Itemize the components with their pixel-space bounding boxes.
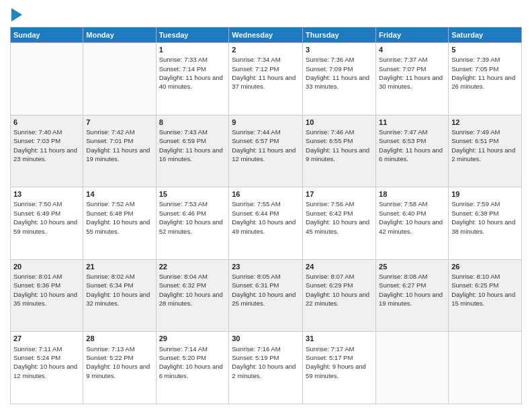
day-number: 9	[232, 118, 300, 127]
calendar-cell: 30Sunrise: 7:16 AM Sunset: 5:19 PM Dayli…	[229, 332, 303, 404]
day-info: Sunrise: 8:10 AM Sunset: 6:25 PM Dayligh…	[451, 273, 515, 307]
page: SundayMondayTuesdayWednesdayThursdayFrid…	[0, 0, 532, 411]
day-info: Sunrise: 7:49 AM Sunset: 6:51 PM Dayligh…	[451, 128, 515, 163]
calendar-cell: 2Sunrise: 7:34 AM Sunset: 7:12 PM Daylig…	[229, 43, 303, 116]
day-number: 8	[159, 118, 226, 127]
day-number: 13	[13, 189, 80, 199]
calendar-week-row: 20Sunrise: 8:01 AM Sunset: 6:36 PM Dayli…	[11, 259, 522, 332]
day-info: Sunrise: 7:42 AM Sunset: 7:01 PM Dayligh…	[86, 128, 150, 163]
calendar-cell: 14Sunrise: 7:52 AM Sunset: 6:48 PM Dayli…	[83, 187, 156, 260]
day-info: Sunrise: 7:11 AM Sunset: 5:24 PM Dayligh…	[13, 345, 77, 379]
day-info: Sunrise: 7:55 AM Sunset: 6:44 PM Dayligh…	[232, 200, 296, 234]
day-number: 20	[13, 262, 80, 271]
day-number: 27	[13, 334, 80, 343]
day-number: 3	[306, 45, 373, 54]
day-number: 6	[13, 118, 80, 127]
day-number: 30	[232, 334, 300, 343]
calendar-cell: 9Sunrise: 7:44 AM Sunset: 6:57 PM Daylig…	[229, 115, 303, 187]
column-header-saturday: Saturday	[449, 28, 522, 43]
day-number: 15	[159, 189, 226, 199]
day-number: 24	[306, 262, 373, 271]
day-info: Sunrise: 7:46 AM Sunset: 6:55 PM Dayligh…	[306, 128, 369, 163]
calendar-cell: 22Sunrise: 8:04 AM Sunset: 6:32 PM Dayli…	[156, 259, 229, 332]
calendar-cell: 7Sunrise: 7:42 AM Sunset: 7:01 PM Daylig…	[83, 115, 156, 187]
column-header-thursday: Thursday	[303, 28, 376, 43]
day-number: 12	[451, 118, 519, 127]
calendar-cell: 23Sunrise: 8:05 AM Sunset: 6:31 PM Dayli…	[229, 259, 303, 332]
calendar-cell: 19Sunrise: 7:59 AM Sunset: 6:38 PM Dayli…	[449, 187, 522, 260]
day-info: Sunrise: 8:04 AM Sunset: 6:32 PM Dayligh…	[159, 273, 223, 307]
calendar-cell: 20Sunrise: 8:01 AM Sunset: 6:36 PM Dayli…	[11, 259, 83, 332]
day-number: 16	[232, 189, 300, 199]
calendar-cell: 29Sunrise: 7:14 AM Sunset: 5:20 PM Dayli…	[156, 332, 229, 404]
day-info: Sunrise: 8:08 AM Sunset: 6:27 PM Dayligh…	[379, 273, 443, 307]
column-header-friday: Friday	[376, 28, 449, 43]
calendar-cell: 24Sunrise: 8:07 AM Sunset: 6:29 PM Dayli…	[303, 259, 376, 332]
calendar-cell: 31Sunrise: 7:17 AM Sunset: 5:17 PM Dayli…	[303, 332, 376, 404]
calendar-cell: 10Sunrise: 7:46 AM Sunset: 6:55 PM Dayli…	[303, 115, 376, 187]
day-number: 2	[232, 45, 300, 54]
day-number: 17	[306, 189, 373, 199]
day-number: 10	[306, 118, 373, 127]
calendar-cell	[83, 43, 156, 116]
day-number: 23	[232, 262, 300, 271]
calendar-week-row: 1Sunrise: 7:33 AM Sunset: 7:14 PM Daylig…	[11, 43, 522, 116]
day-info: Sunrise: 7:53 AM Sunset: 6:46 PM Dayligh…	[159, 200, 223, 234]
day-info: Sunrise: 7:39 AM Sunset: 7:05 PM Dayligh…	[451, 56, 515, 90]
day-info: Sunrise: 7:47 AM Sunset: 6:53 PM Dayligh…	[379, 128, 443, 163]
calendar-cell: 28Sunrise: 7:13 AM Sunset: 5:22 PM Dayli…	[83, 332, 156, 404]
calendar-week-row: 13Sunrise: 7:50 AM Sunset: 6:49 PM Dayli…	[11, 187, 522, 260]
day-info: Sunrise: 7:36 AM Sunset: 7:09 PM Dayligh…	[306, 56, 369, 90]
day-info: Sunrise: 7:50 AM Sunset: 6:49 PM Dayligh…	[13, 200, 77, 234]
day-info: Sunrise: 7:13 AM Sunset: 5:22 PM Dayligh…	[86, 345, 150, 379]
calendar-cell: 4Sunrise: 7:37 AM Sunset: 7:07 PM Daylig…	[376, 43, 449, 116]
day-number: 14	[86, 189, 152, 199]
calendar-week-row: 6Sunrise: 7:40 AM Sunset: 7:03 PM Daylig…	[11, 115, 522, 187]
day-info: Sunrise: 8:01 AM Sunset: 6:36 PM Dayligh…	[13, 273, 77, 307]
day-info: Sunrise: 7:40 AM Sunset: 7:03 PM Dayligh…	[13, 128, 77, 163]
day-info: Sunrise: 7:14 AM Sunset: 5:20 PM Dayligh…	[159, 345, 223, 379]
day-info: Sunrise: 7:44 AM Sunset: 6:57 PM Dayligh…	[232, 128, 296, 163]
calendar-header-row: SundayMondayTuesdayWednesdayThursdayFrid…	[11, 28, 522, 43]
logo	[10, 7, 22, 21]
column-header-wednesday: Wednesday	[229, 28, 303, 43]
day-info: Sunrise: 7:59 AM Sunset: 6:38 PM Dayligh…	[451, 200, 515, 234]
column-header-monday: Monday	[83, 28, 156, 43]
day-number: 19	[451, 189, 519, 199]
day-info: Sunrise: 7:34 AM Sunset: 7:12 PM Dayligh…	[232, 56, 296, 90]
calendar-cell: 3Sunrise: 7:36 AM Sunset: 7:09 PM Daylig…	[303, 43, 376, 116]
day-number: 28	[86, 334, 152, 343]
day-info: Sunrise: 7:16 AM Sunset: 5:19 PM Dayligh…	[232, 345, 296, 379]
calendar-cell: 18Sunrise: 7:58 AM Sunset: 6:40 PM Dayli…	[376, 187, 449, 260]
day-number: 7	[86, 118, 152, 127]
day-number: 11	[379, 118, 445, 127]
day-info: Sunrise: 7:58 AM Sunset: 6:40 PM Dayligh…	[379, 200, 443, 234]
calendar-cell: 1Sunrise: 7:33 AM Sunset: 7:14 PM Daylig…	[156, 43, 229, 116]
logo-arrow-icon	[11, 8, 22, 21]
calendar-cell: 11Sunrise: 7:47 AM Sunset: 6:53 PM Dayli…	[376, 115, 449, 187]
day-info: Sunrise: 7:52 AM Sunset: 6:48 PM Dayligh…	[86, 200, 150, 234]
day-number: 4	[379, 45, 445, 54]
day-number: 5	[451, 45, 519, 54]
day-info: Sunrise: 7:37 AM Sunset: 7:07 PM Dayligh…	[379, 56, 443, 90]
calendar-cell: 21Sunrise: 8:02 AM Sunset: 6:34 PM Dayli…	[83, 259, 156, 332]
day-number: 22	[159, 262, 226, 271]
day-info: Sunrise: 8:07 AM Sunset: 6:29 PM Dayligh…	[306, 273, 369, 307]
calendar-cell	[449, 332, 522, 404]
calendar-cell: 17Sunrise: 7:56 AM Sunset: 6:42 PM Dayli…	[303, 187, 376, 260]
day-info: Sunrise: 7:17 AM Sunset: 5:17 PM Dayligh…	[306, 345, 366, 379]
calendar-cell: 8Sunrise: 7:43 AM Sunset: 6:59 PM Daylig…	[156, 115, 229, 187]
day-info: Sunrise: 8:02 AM Sunset: 6:34 PM Dayligh…	[86, 273, 150, 307]
day-info: Sunrise: 7:43 AM Sunset: 6:59 PM Dayligh…	[159, 128, 223, 163]
calendar-week-row: 27Sunrise: 7:11 AM Sunset: 5:24 PM Dayli…	[11, 332, 522, 404]
calendar-table: SundayMondayTuesdayWednesdayThursdayFrid…	[10, 27, 522, 404]
calendar-cell	[376, 332, 449, 404]
day-number: 29	[159, 334, 226, 343]
calendar-cell: 16Sunrise: 7:55 AM Sunset: 6:44 PM Dayli…	[229, 187, 303, 260]
day-number: 26	[451, 262, 519, 271]
calendar-cell: 26Sunrise: 8:10 AM Sunset: 6:25 PM Dayli…	[449, 259, 522, 332]
calendar-cell: 13Sunrise: 7:50 AM Sunset: 6:49 PM Dayli…	[11, 187, 83, 260]
calendar-cell: 5Sunrise: 7:39 AM Sunset: 7:05 PM Daylig…	[449, 43, 522, 116]
day-info: Sunrise: 8:05 AM Sunset: 6:31 PM Dayligh…	[232, 273, 296, 307]
day-number: 18	[379, 189, 445, 199]
